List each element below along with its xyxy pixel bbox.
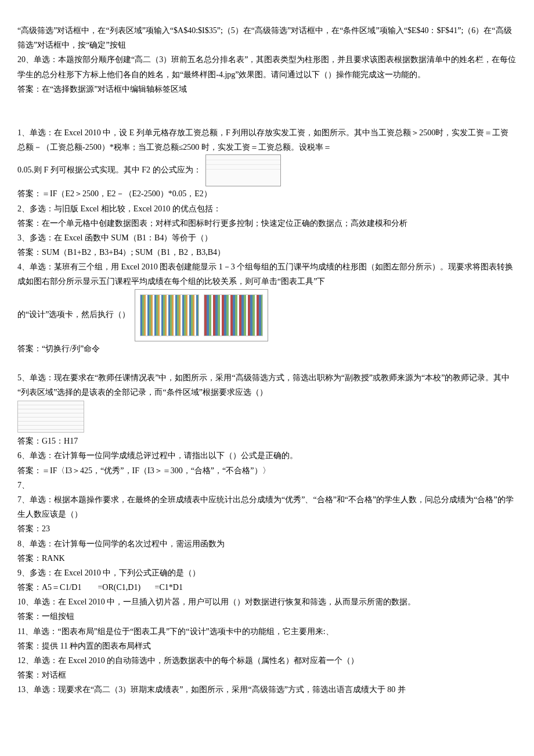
q7-text: 7、单选：根据本题操作要求，在最终的全班成绩表中应统计出总分成绩为“优秀”、“合… xyxy=(17,492,517,521)
table-thumbnail-icon xyxy=(205,154,281,186)
q9-answer: 答案：A5＝C1/D1 =OR(C1,D1) =C1*D1 xyxy=(17,580,517,595)
q4-answer: 答案：“切换行/列”命令 xyxy=(17,341,517,356)
q1-prefix: 0.05.则 F 列可根据公式实现。其中 F2 的公式应为： xyxy=(17,165,201,174)
q6-answer: 答案：＝IF〈I3＞425，“优秀”，IF（I3＞＝300，“合格”，“不合格”… xyxy=(17,463,517,478)
top-answer: 答案：在“选择数据源”对话框中编辑轴标签区域 xyxy=(17,82,517,96)
q11-text: 11、单选：“图表布局”组是位于“图表工具”下的“设计”选项卡中的功能组，它主要… xyxy=(17,624,517,639)
top-paragraph-1: “高级筛选”对话框中，在“列表区域”项输入“$A$40:$I$35”;（5）在“… xyxy=(17,23,517,52)
q4-text: 4、单选：某班有三个组，用 Excel 2010 图表创建能显示 1－3 个组每… xyxy=(17,260,517,289)
q1-answer: 答案：＝IF（E2＞2500，E2－（E2-2500）*0.05，E2） xyxy=(17,186,517,201)
q7-answer: 答案：23 xyxy=(17,521,517,536)
q5-answer: 答案：G15：H17 xyxy=(17,434,517,448)
q8-answer: 答案：RANK xyxy=(17,551,517,566)
q1-text-suffix: 0.05.则 F 列可根据公式实现。其中 F2 的公式应为： xyxy=(17,154,517,186)
q6-text: 6、单选：在计算每一位同学成绩总评过程中，请指出以下（）公式是正确的。 xyxy=(17,448,517,463)
top-paragraph-2: 20、单选：本题按部分顺序创建“高二（3）班前五名总分排名表”，其图表类型为柱形… xyxy=(17,52,517,81)
q3-text: 3、多选：在 Excel 函数中 SUM（B1：B4）等价于（） xyxy=(17,231,517,245)
q4-suffix: 的“设计”选项卡，然后执行（） xyxy=(17,310,130,319)
q11-answer: 答案：提供 11 种内置的图表布局样式 xyxy=(17,639,517,653)
q13-text: 13、单选：现要求在“高二（3）班期末成绩表”，如图所示，采用“高级筛选”方式，… xyxy=(17,682,517,697)
q5-text: 5、单选：现在要求在“教师任课情况表”中，如图所示，采用“高级筛选方式，筛选出职… xyxy=(17,370,517,399)
q2-text: 2、多选：与旧版 Excel 相比较，Excel 2010 的优点包括： xyxy=(17,201,517,216)
q4-suffix-line: 的“设计”选项卡，然后执行（） xyxy=(17,289,517,341)
chart-pair-thumbnail-icon xyxy=(135,289,268,341)
q2-answer: 答案：在一个单元格中创建数据图表；对样式和图标时行更多控制；快速定位正确的数据点… xyxy=(17,216,517,231)
q8-text: 8、单选：在计算每一位同学的名次过程中，需运用函数为 xyxy=(17,537,517,551)
q3-answer: 答案：SUM（B1+B2，B3+B4）; SUM（B1，B2，B3,B4） xyxy=(17,245,517,260)
q12-answer: 答案：对话框 xyxy=(17,668,517,682)
grid-thumbnail-icon xyxy=(17,401,84,433)
q10-answer: 答案：一组按钮 xyxy=(17,609,517,624)
q1-text: 1、单选：在 Excel 2010 中，设 E 列单元格存放工资总额，F 列用以… xyxy=(17,125,517,154)
q9-text: 9、多选：在 Excel 2010 中，下列公式正确的是（） xyxy=(17,566,517,580)
q12-text: 12、单选：在 Excel 2010 的自动筛选中，所选数据表中的每个标题（属性… xyxy=(17,653,517,668)
q10-text: 10、单选：在 Excel 2010 中，一旦插入切片器，用户可以用（）对数据进… xyxy=(17,595,517,609)
q7-extra: 7、 xyxy=(17,478,517,492)
